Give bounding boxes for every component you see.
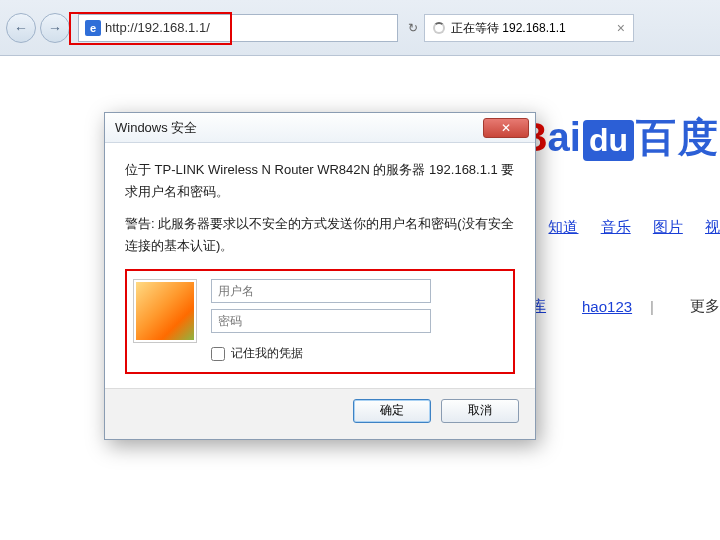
arrow-left-icon: ← [14,20,28,36]
dialog-titlebar[interactable]: Windows 安全 ✕ [105,113,535,143]
dialog-message-1: 位于 TP-LINK Wireless N Router WR842N 的服务器… [125,159,515,203]
link-zhidao[interactable]: 知道 [548,218,578,235]
dialog-title: Windows 安全 [115,119,197,137]
remember-row[interactable]: 记住我的凭据 [211,343,507,363]
user-avatar-icon [133,279,197,343]
remember-label: 记住我的凭据 [231,343,303,363]
password-input[interactable] [211,309,431,333]
separator: | [650,298,654,315]
logo-hanzi: 百度 [636,110,720,165]
cancel-button[interactable]: 取消 [441,399,519,423]
forward-button[interactable]: → [40,13,70,43]
link-music[interactable]: 音乐 [601,218,631,235]
browser-toolbar: ← → e http://192.168.1.1/ ↻ 🗋 | 🔍 正在等待 1… [0,0,720,56]
url-text: http://192.168.1.1/ [105,20,391,35]
link-hao123[interactable]: hao123 [582,298,632,315]
loading-spinner-icon [433,22,445,34]
arrow-right-icon: → [48,20,62,36]
auth-dialog: Windows 安全 ✕ 位于 TP-LINK Wireless N Route… [104,112,536,440]
link-video[interactable]: 视 [705,218,720,235]
link-image[interactable]: 图片 [653,218,683,235]
credentials-area: 记住我的凭据 [125,269,515,373]
link-more[interactable]: 更多 [690,297,720,316]
refresh-icon[interactable]: ↻ [408,21,418,35]
back-button[interactable]: ← [6,13,36,43]
tab-title: 正在等待 192.168.1.1 [451,20,566,37]
logo-letter-du: du [583,120,634,161]
ok-button[interactable]: 确定 [353,399,431,423]
tab-close-icon[interactable]: × [617,20,625,36]
browser-tab[interactable]: 正在等待 192.168.1.1 × [424,14,634,42]
logo-letter-ai: ai [548,115,581,160]
username-input[interactable] [211,279,431,303]
dialog-close-button[interactable]: ✕ [483,118,529,138]
dialog-button-row: 确定 取消 [105,388,535,439]
remember-checkbox[interactable] [211,347,225,361]
dialog-body: 位于 TP-LINK Wireless N Router WR842N 的服务器… [105,143,535,388]
address-bar[interactable]: e http://192.168.1.1/ [78,14,398,42]
dialog-message-2: 警告: 此服务器要求以不安全的方式发送你的用户名和密码(没有安全连接的基本认证)… [125,213,515,257]
site-favicon-icon: e [85,20,101,36]
close-icon: ✕ [501,121,511,135]
